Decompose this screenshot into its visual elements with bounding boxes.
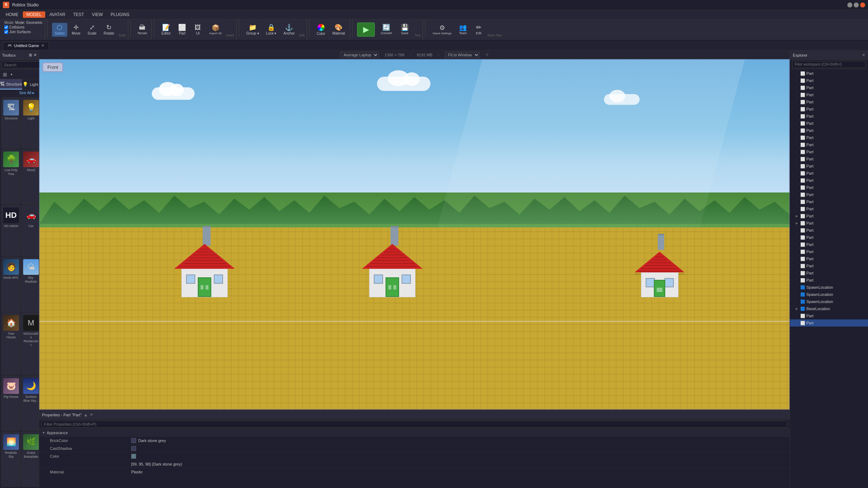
tree-item-16[interactable]: ⬜ Part (790, 184, 868, 191)
tree-item-8[interactable]: ⬜ Part (790, 127, 868, 134)
tree-item-29[interactable]: ⬜ Part (790, 277, 868, 284)
toolbox-item-0[interactable]: 🏗 Structure (1, 97, 21, 148)
refresh-icon[interactable]: ↺ (485, 52, 489, 57)
tree-item-6[interactable]: ⬜ Part (790, 113, 868, 120)
toolbox-item-12[interactable]: 🌅 Realistic Sky (1, 432, 21, 487)
menu-plugins[interactable]: PLUGINS (107, 11, 133, 18)
collisions-checkbox[interactable] (4, 25, 8, 29)
tree-item-5[interactable]: ⬜ Part (790, 106, 868, 113)
join-surfaces-toggle[interactable]: Join Surfaces (4, 30, 31, 34)
see-all-link[interactable]: See All ▸ (17, 90, 37, 96)
toolbox-close-icon[interactable]: ✕ (33, 53, 37, 57)
tree-item-24[interactable]: ⬜ Part (790, 241, 868, 248)
rotate-button[interactable]: ↻ Rotate (101, 23, 117, 37)
toolbox-item-10[interactable]: 🐷 Pig House (1, 376, 21, 431)
resolution-select[interactable]: Average Laptop (340, 52, 379, 58)
convert-button[interactable]: 🔄 Convert (378, 23, 395, 36)
toolbox-item-6[interactable]: 🧑 Noob NPC (1, 257, 21, 312)
toolbox-item-3[interactable]: 🚗 blood (21, 149, 39, 204)
select-button[interactable]: ⬡ Select (52, 23, 68, 37)
fit-select[interactable]: Fit to Window (445, 52, 480, 58)
group-button[interactable]: 📁 Group ▾ (243, 23, 262, 37)
tree-item-1[interactable]: ⬜ Part (790, 77, 868, 84)
join-surfaces-checkbox[interactable] (4, 30, 8, 34)
toolbox-item-1[interactable]: 💡 Light (21, 97, 39, 148)
tree-item-35[interactable]: ⬜ Part (790, 319, 868, 327)
tree-item-3[interactable]: ⬜ Part (790, 91, 868, 98)
toolbox-tab-structure[interactable]: 🏗 Structure (0, 79, 22, 89)
tree-item-34[interactable]: ⬜ Part (790, 312, 868, 319)
tree-item-22[interactable]: ⬜ Part (790, 227, 868, 234)
minimize-button[interactable] (847, 2, 852, 7)
tree-item-11[interactable]: ⬜ Part (790, 148, 868, 155)
scale-button[interactable]: ⤢ Scale (85, 23, 99, 37)
tab-close-button[interactable]: ✕ (41, 43, 45, 48)
ui-button[interactable]: 🖼 UI (191, 23, 205, 37)
tree-item-27[interactable]: ⬜ Part (790, 262, 868, 269)
tree-item-33[interactable]: ▶ 🟦 BaseLocation (790, 305, 868, 312)
toolbox-item-8[interactable]: 🏠 Tree House (1, 313, 21, 375)
collisions-toggle[interactable]: Collisions (4, 25, 25, 29)
tree-item-20[interactable]: ▶ ⬜ Part (790, 212, 868, 220)
tree-item-2[interactable]: ⬜ Part (790, 84, 868, 91)
play-button[interactable]: ▶ (357, 22, 375, 37)
tree-item-4[interactable]: ⬜ Part (790, 98, 868, 106)
toolbox-item-9[interactable]: M McDonald's Restaurant (21, 313, 39, 375)
toolbox-item-7[interactable]: 🌤 Sky-Realistic (21, 257, 39, 312)
properties-expand-icon[interactable]: ▲ (84, 413, 88, 417)
tree-item-23[interactable]: ⬜ Part (790, 234, 868, 241)
menu-model[interactable]: MODEL (23, 11, 45, 18)
explorer-close-icon[interactable]: ✕ (862, 53, 865, 57)
import3d-button[interactable]: 📦 Import 3D (206, 23, 224, 36)
game-tab[interactable]: 🎮 Untitled Game ✕ (3, 42, 49, 50)
terrain-editor-button[interactable]: 🏔 Terrain (135, 23, 149, 36)
menu-test[interactable]: TEST (69, 11, 88, 18)
toolbox-item-5[interactable]: 🚗 Car (21, 205, 39, 256)
toolbox-item-4[interactable]: HD HD Admin (1, 205, 21, 256)
part-button[interactable]: ⬜ Part (175, 23, 189, 37)
tree-item-25[interactable]: ⬜ Part (790, 248, 868, 255)
toolbox-grid-view-button[interactable]: ⊞ (1, 71, 9, 78)
lock-button[interactable]: 🔒 Lock ▾ (263, 23, 279, 37)
tree-item-32[interactable]: 🟦 SpawnLocation (790, 298, 868, 305)
tree-item-30[interactable]: 🟦 SpawnLocation (790, 284, 868, 291)
properties-filter-input[interactable] (41, 421, 787, 428)
menu-avatar[interactable]: AVATAR (46, 11, 69, 18)
tree-item-26[interactable]: ⬜ Part (790, 255, 868, 262)
tree-item-13[interactable]: ⬜ Part (790, 163, 868, 170)
tree-item-21[interactable]: ▶ ⬜ Part (790, 220, 868, 227)
tree-item-0[interactable]: ⬜ Part (790, 70, 868, 77)
explorer-filter-input[interactable] (792, 61, 866, 68)
appearance-section-header[interactable]: ▼ Appearance (39, 429, 790, 437)
game-settings-button[interactable]: ⚙ Game Settings (430, 23, 454, 36)
tree-item-28[interactable]: ⬜ Part (790, 269, 868, 277)
tree-item-7[interactable]: ⬜ Part (790, 120, 868, 127)
toolbox-grid-icon[interactable]: ⊞ (29, 53, 32, 57)
tree-item-15[interactable]: ⬜ Part (790, 177, 868, 184)
tree-item-18[interactable]: ⬜ Part (790, 198, 868, 205)
material-button[interactable]: 🎨 Material (330, 23, 348, 37)
team-button[interactable]: 👥 Team (456, 23, 470, 36)
properties-close-icon[interactable]: ✕ (90, 412, 93, 417)
tree-item-12[interactable]: ⬜ Part (790, 155, 868, 163)
save-button[interactable]: 💾 Save (398, 23, 412, 36)
tree-item-14[interactable]: ⬜ Part (790, 170, 868, 177)
tree-item-31[interactable]: 🟦 SpawnLocation (790, 291, 868, 298)
edit-mode-button[interactable]: ✏ Edit (471, 23, 486, 36)
toolbox-list-view-button[interactable]: • (9, 71, 14, 78)
color-swatch[interactable] (131, 454, 136, 459)
tree-item-10[interactable]: ⬜ Part (790, 141, 868, 148)
editor-button[interactable]: 📝 Editor (159, 23, 174, 37)
tree-item-19[interactable]: ⬜ Part (790, 205, 868, 212)
color-button[interactable]: Color (314, 22, 328, 37)
viewport[interactable]: Front (39, 59, 790, 410)
close-button[interactable] (860, 2, 865, 7)
toolbox-tab-light[interactable]: 💡 Light (22, 79, 39, 89)
toolbox-item-2[interactable]: 🌳 Low Poly Tree (1, 149, 21, 204)
maximize-button[interactable] (854, 2, 859, 7)
menu-home[interactable]: HOME (2, 11, 22, 18)
anchor-button[interactable]: ⚓ Anchor (281, 23, 298, 37)
tree-item-17[interactable]: ⬜ Part (790, 191, 868, 198)
toolbox-item-11[interactable]: 🌙 Sunless Blue Sky... (21, 376, 39, 431)
move-button[interactable]: ✛ Move (69, 23, 83, 37)
